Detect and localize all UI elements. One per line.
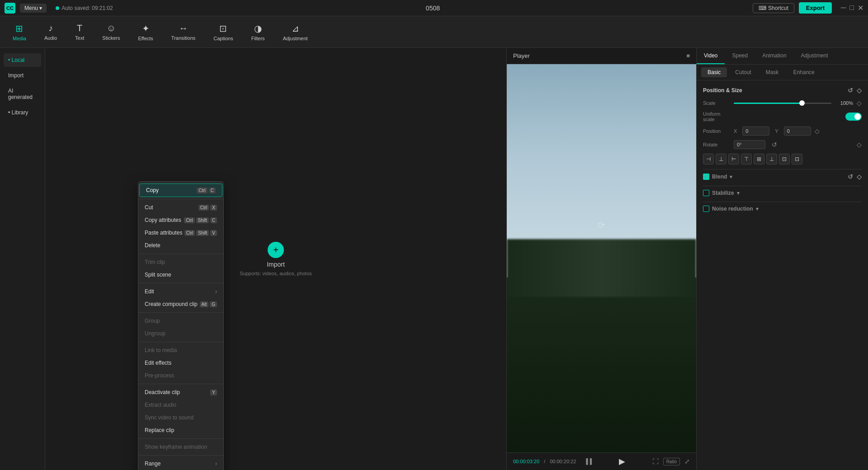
align-center-h[interactable]: ⊥ bbox=[716, 154, 726, 164]
shortcut-button[interactable]: ⌨ Shortcut bbox=[753, 3, 794, 13]
toolbar-text[interactable]: TText bbox=[71, 21, 88, 43]
effects-label: Effects bbox=[138, 36, 153, 41]
ctx-copy[interactable]: CopyCtrlC bbox=[139, 183, 222, 197]
ctx-divider-after-ungroup bbox=[138, 342, 223, 342]
tab-animation[interactable]: Animation bbox=[755, 48, 793, 64]
ctx-replace_clip-label: Replace clip bbox=[145, 427, 174, 433]
noise-reduction-section: Noise reduction ▾ bbox=[703, 206, 862, 212]
ratio-button[interactable]: Ratio bbox=[663, 458, 680, 465]
align-top[interactable]: ⊤ bbox=[741, 154, 752, 164]
sub-tab-mask[interactable]: Mask bbox=[760, 67, 785, 77]
ctx-edit_effects[interactable]: Edit effects bbox=[138, 357, 223, 369]
noise-reduction-arrow[interactable]: ▾ bbox=[756, 206, 759, 212]
tab-video[interactable]: Video bbox=[697, 48, 725, 64]
align-center-v[interactable]: ⊞ bbox=[754, 154, 764, 164]
left-import[interactable]: Import bbox=[4, 69, 41, 82]
sub-tab-cutout[interactable]: Cutout bbox=[729, 67, 757, 77]
maximize-icon[interactable]: □ bbox=[849, 4, 854, 12]
fullscreen-icon[interactable]: ⛶ bbox=[652, 458, 659, 465]
rotate-reset-icon[interactable]: ◇ bbox=[857, 141, 862, 148]
left-library[interactable]: • Library bbox=[4, 106, 41, 119]
more-icon[interactable]: ◇ bbox=[857, 87, 862, 94]
blend-section: ✓ Blend ▾ ↺ ◇ bbox=[703, 173, 862, 180]
expand-icon[interactable]: ⤢ bbox=[684, 458, 690, 465]
ctx-delete[interactable]: Delete bbox=[138, 239, 223, 252]
scale-row: Scale 100% ◇ bbox=[703, 99, 862, 107]
align-dist-v[interactable]: ⊡ bbox=[792, 154, 802, 164]
ctx-edit[interactable]: Edit› bbox=[138, 285, 223, 298]
media-label: Media bbox=[13, 36, 26, 41]
left-ai_generated[interactable]: AI generated bbox=[4, 84, 41, 104]
minimize-icon[interactable]: ─ bbox=[841, 4, 846, 12]
main-area: • LocalImportAI generated• Library + Imp… bbox=[0, 48, 868, 470]
context-menu: CopyCtrlCCutCtrlXCopy attributesCtrlShif… bbox=[138, 181, 224, 470]
ctx-replace_clip[interactable]: Replace clip bbox=[138, 424, 223, 437]
reset-icon[interactable]: ↺ bbox=[848, 87, 853, 94]
scale-reset-icon[interactable]: ◇ bbox=[857, 99, 862, 107]
tab-speed[interactable]: Speed bbox=[725, 48, 755, 64]
blend-more[interactable]: ◇ bbox=[857, 173, 862, 180]
stickers-icon: ☺ bbox=[107, 23, 116, 33]
ctx-pre_process-label: Pre-process bbox=[145, 372, 174, 379]
toolbar-captions[interactable]: ⊡Captions bbox=[210, 21, 236, 43]
divider3 bbox=[703, 202, 862, 202]
player-menu-icon[interactable]: ≡ bbox=[686, 52, 690, 59]
text-icon: T bbox=[77, 23, 82, 33]
toolbar-stickers[interactable]: ☺Stickers bbox=[99, 21, 123, 43]
rotate-icon[interactable]: ↺ bbox=[772, 141, 777, 148]
ctx-create_compound_clip[interactable]: Create compound clipAltG bbox=[138, 298, 223, 310]
left-local[interactable]: • Local bbox=[4, 53, 41, 67]
sub-tab-basic[interactable]: Basic bbox=[701, 67, 727, 77]
ctx-range-label: Range bbox=[145, 461, 160, 467]
import-icon[interactable]: + bbox=[268, 242, 284, 258]
ctx-range[interactable]: Range› bbox=[138, 457, 223, 470]
ctx-cut[interactable]: CutCtrlX bbox=[138, 201, 223, 214]
x-label: X bbox=[734, 128, 737, 134]
scale-slider[interactable] bbox=[734, 103, 831, 104]
sub-tab-enhance[interactable]: Enhance bbox=[787, 67, 821, 77]
toolbar-transitions[interactable]: ↔Transitions bbox=[168, 21, 199, 43]
ctx-divider-after-replace_clip bbox=[138, 438, 223, 439]
rotate-label: Rotate bbox=[703, 142, 730, 147]
import-area: + Import Supports: videos, audios, photo… bbox=[240, 242, 312, 276]
toolbar-media[interactable]: ⊞Media bbox=[9, 21, 30, 43]
tab-adjustment[interactable]: Adjustment bbox=[794, 48, 835, 64]
toolbar-adjustment[interactable]: ⊿Adjustment bbox=[279, 21, 311, 43]
topbar: CC Menu ▾ Auto saved: 09:21:02 0508 ⌨ Sh… bbox=[0, 0, 868, 16]
ctx-show_keyframe: Show keyframe animation bbox=[138, 441, 223, 453]
align-bottom[interactable]: ⊥ bbox=[766, 154, 777, 164]
ctx-paste_attributes[interactable]: Paste attributesCtrlShiftV bbox=[138, 226, 223, 239]
align-dist-h[interactable]: ⊡ bbox=[779, 154, 790, 164]
ctx-copy_attributes[interactable]: Copy attributesCtrlShiftC bbox=[138, 214, 223, 226]
rotate-input[interactable] bbox=[734, 140, 765, 149]
stabilize-arrow[interactable]: ▾ bbox=[737, 190, 740, 196]
ctx-deactivate_clip[interactable]: Deactivate clipY bbox=[138, 386, 223, 399]
text-label: Text bbox=[75, 35, 84, 41]
export-button[interactable]: Export bbox=[799, 2, 832, 14]
toolbar-filters[interactable]: ◑Filters bbox=[248, 21, 269, 43]
app-logo: CC bbox=[5, 3, 15, 14]
blend-reset[interactable]: ↺ bbox=[848, 173, 853, 180]
ctx-divider-after-show_keyframe bbox=[138, 455, 223, 456]
align-left[interactable]: ⊣ bbox=[703, 154, 714, 164]
play-button[interactable]: ▶ bbox=[619, 456, 625, 466]
ctx-trim_clip-label: Trim clip bbox=[145, 259, 165, 265]
sub-tabs: BasicCutoutMaskEnhance bbox=[697, 65, 868, 80]
noise-reduction-checkbox[interactable] bbox=[703, 206, 709, 212]
x-input[interactable] bbox=[742, 127, 769, 136]
position-reset-icon[interactable]: ◇ bbox=[815, 127, 820, 135]
close-icon[interactable]: ✕ bbox=[858, 4, 863, 12]
align-right[interactable]: ⊢ bbox=[728, 154, 739, 164]
uniform-scale-label: Uniform scale bbox=[703, 111, 730, 122]
blend-arrow[interactable]: ▾ bbox=[730, 174, 732, 180]
menu-button[interactable]: Menu ▾ bbox=[20, 4, 47, 13]
blend-checkbox[interactable]: ✓ bbox=[703, 174, 709, 180]
y-label: Y bbox=[775, 128, 778, 134]
ctx-split_scene[interactable]: Split scene bbox=[138, 268, 223, 281]
y-input[interactable] bbox=[784, 127, 811, 136]
toolbar-audio[interactable]: ♪Audio bbox=[41, 21, 61, 43]
toolbar-effects[interactable]: ✦Effects bbox=[134, 21, 156, 43]
window-controls: ─ □ ✕ bbox=[841, 4, 863, 12]
stabilize-checkbox[interactable] bbox=[703, 190, 709, 196]
uniform-scale-toggle[interactable] bbox=[845, 113, 862, 121]
